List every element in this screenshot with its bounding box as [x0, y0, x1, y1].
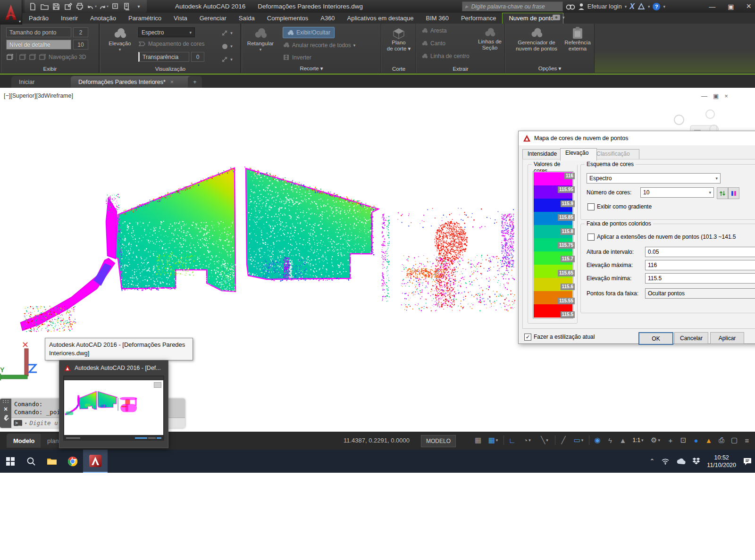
ribbon-tab-a360[interactable]: A360	[314, 13, 341, 24]
interval-height-input[interactable]: 0.05	[645, 247, 755, 257]
status-line-tracking[interactable]: ╱	[557, 434, 570, 446]
close-button[interactable]: ×	[746, 1, 751, 11]
ribbon-tab-bim-360[interactable]: BIM 360	[420, 13, 455, 24]
scan-lasso-button[interactable]: ▾	[218, 27, 236, 39]
help-icon[interactable]: ?	[653, 3, 660, 10]
transparency-value[interactable]: 0	[191, 52, 204, 62]
status-customization-menu[interactable]: ≡	[741, 434, 753, 446]
qat-more-icon[interactable]: ▾	[134, 1, 144, 12]
ribbon-tab-vista[interactable]: Vista	[168, 13, 193, 24]
minimize-button[interactable]: —	[709, 3, 715, 10]
help-dropdown-caret[interactable]: ▾	[663, 4, 665, 9]
restore-button[interactable]: ▣	[728, 3, 734, 10]
cancel-button[interactable]: Cancelar	[674, 332, 708, 344]
panel-label[interactable]: Extrair	[417, 66, 504, 72]
max-elevation-input[interactable]: 116	[645, 260, 755, 270]
share-dropdown-caret[interactable]: ▾	[648, 4, 650, 9]
taskbar-search-button[interactable]	[21, 450, 42, 473]
search-expand-icon[interactable]: ▶	[465, 4, 469, 9]
autocad-taskbar-button[interactable]	[83, 450, 108, 473]
status-annotation[interactable]: ▲	[617, 434, 629, 446]
orbit-icon[interactable]	[19, 53, 26, 61]
viewport-minimize-icon[interactable]: —	[701, 92, 707, 100]
onedrive-cloud-icon[interactable]	[676, 458, 686, 464]
flip-colors-button[interactable]	[728, 187, 739, 199]
apply-extents-checkbox[interactable]	[587, 234, 595, 241]
chrome-button[interactable]	[62, 450, 83, 473]
wifi-icon[interactable]	[661, 458, 670, 465]
sort-order-button[interactable]	[717, 187, 728, 199]
qat-save-icon[interactable]	[51, 1, 61, 12]
sphere-button[interactable]: ▾	[218, 41, 236, 52]
detail-level-slider[interactable]: Nível de detalhe10	[6, 40, 88, 50]
viewport-close-icon[interactable]: ×	[724, 92, 728, 100]
exchange-x-icon[interactable]: X	[629, 2, 635, 11]
panel-label[interactable]: Recorte ▾	[242, 65, 381, 72]
quick-access-toolbar[interactable]: ▾▾▾	[25, 0, 147, 13]
qat-plot-icon[interactable]	[75, 1, 85, 12]
qat-new-icon[interactable]	[27, 1, 38, 12]
status-dynamic-input[interactable]: ▭▾	[570, 434, 587, 446]
elevation-big-button[interactable]: Elevação▾	[106, 26, 134, 53]
ribbon-tab-anotação[interactable]: Anotação	[84, 13, 122, 24]
out-of-range-select[interactable]: Ocultar pontos ▾	[645, 288, 755, 299]
scheme-ribbon-select[interactable]: Espectro▾	[138, 27, 195, 37]
ok-button[interactable]: OK	[638, 332, 673, 345]
panel-label[interactable]: Exibir	[1, 66, 99, 72]
command-recent-caret[interactable]: ▾	[25, 421, 27, 426]
ribbon-display-toggle[interactable]: ▾	[552, 14, 565, 21]
doc-tab-active[interactable]: Deformações Paredes Interiores* ×	[71, 76, 198, 88]
status-isodraft[interactable]: ╲▾	[536, 434, 553, 446]
tab-elevacao[interactable]: Elevação	[560, 148, 597, 161]
doc-tab-iniciar[interactable]: Iniciar	[11, 76, 74, 88]
taskbar-thumbnail-preview[interactable]: Autodesk AutoCAD 2016 - [Def...	[59, 360, 168, 448]
min-elevation-input[interactable]: 115.5	[645, 273, 755, 284]
num-colors-select[interactable]: 10 ▾	[640, 187, 714, 198]
command-close-icon[interactable]: ×	[4, 405, 8, 413]
tray-expand-chevron[interactable]: ⌃	[649, 458, 654, 465]
ribbon-tab-complementos[interactable]: Complementos	[261, 13, 314, 24]
status-snap-lightning[interactable]: ϟ	[604, 434, 616, 446]
ribbon-tab-inserir[interactable]: Inserir	[55, 13, 84, 24]
viewport-controls-label[interactable]: [−][Superior][3dWireframe]	[4, 92, 73, 99]
panel-label[interactable]: Opções ▾	[505, 65, 594, 72]
walk-icon[interactable]	[39, 53, 46, 61]
section-line-button[interactable]: ▾	[218, 54, 236, 65]
status-fullscreen[interactable]: ▢	[728, 434, 740, 446]
status-polar-tracking[interactable]: ◔▾	[519, 434, 536, 446]
qat-sheet-set-icon[interactable]	[122, 1, 132, 12]
start-button[interactable]	[0, 450, 21, 473]
status-plot[interactable]: ⎙	[715, 434, 728, 446]
ribbon-tab-saída[interactable]: Saída	[233, 13, 261, 24]
qat-batch-plot-icon[interactable]	[110, 1, 120, 12]
share-icon[interactable]	[638, 3, 645, 10]
binoculars-search-icon[interactable]	[566, 3, 575, 10]
status-osnap[interactable]: ◉	[591, 434, 604, 446]
dialog-title-bar[interactable]: Mapa de cores de nuvem de pontos	[519, 131, 755, 145]
file-explorer-button[interactable]	[42, 450, 62, 473]
status-isolate-objects[interactable]: ⊡	[677, 434, 689, 446]
ribbon-tab-paramétrico[interactable]: Paramétrico	[122, 13, 168, 24]
status-annotation-monitor[interactable]: ▲	[703, 434, 715, 446]
status-snap-grid[interactable]: ▦	[472, 434, 484, 446]
user-icon[interactable]	[578, 3, 585, 10]
status-hardware-accel[interactable]: ●	[690, 434, 702, 446]
status-clean-screen-plus[interactable]: +	[664, 434, 677, 446]
viewport-restore-icon[interactable]: ▣	[713, 92, 719, 100]
ribbon-tab-performance[interactable]: Performance	[455, 13, 502, 24]
panel-label[interactable]: Corte	[382, 66, 416, 72]
point-size-slider[interactable]: Tamanho do ponto2	[6, 27, 88, 37]
gradient-checkbox[interactable]	[587, 203, 595, 210]
qat-redo-icon[interactable]: ▾	[98, 1, 109, 12]
doc-tab-close-icon[interactable]: ×	[170, 79, 174, 85]
transparency-slider[interactable]: Transparência0	[138, 52, 204, 62]
panel-label[interactable]: Visualização	[101, 66, 240, 72]
login-button[interactable]: Efetuar login	[587, 3, 622, 10]
apply-button[interactable]: Aplicar	[710, 332, 744, 344]
action-center-icon[interactable]	[743, 457, 752, 466]
caret[interactable]: ▾	[95, 4, 97, 8]
make-current-checkbox[interactable]: ✓	[524, 334, 531, 341]
model-tab[interactable]: Modelo	[7, 434, 42, 448]
status-annotation-scale[interactable]: 1:1▾	[629, 434, 646, 446]
ribbon-tab-gerenciar[interactable]: Gerenciar	[193, 13, 233, 24]
